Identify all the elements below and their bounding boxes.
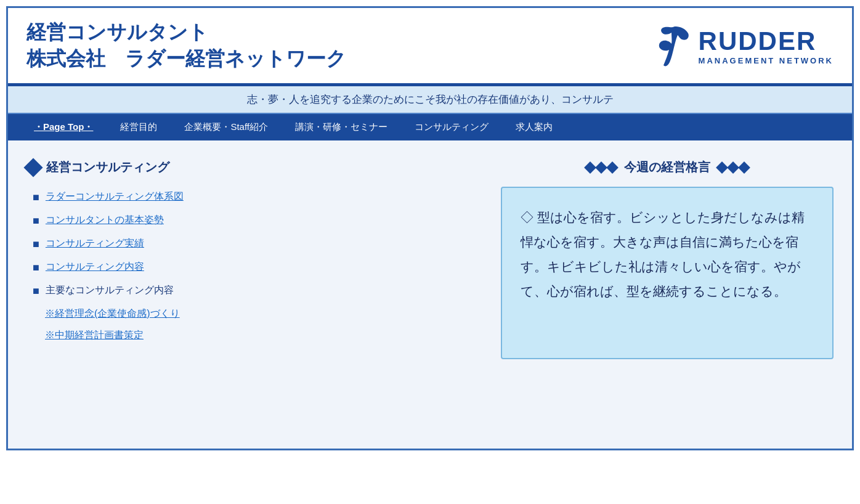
logo-rudder-text: RUDDER bbox=[699, 26, 817, 56]
bullet-3: ■ bbox=[33, 238, 39, 251]
submenu-link-2[interactable]: ※中期経営計画書策定 bbox=[45, 330, 144, 340]
diamond-group-left bbox=[586, 163, 617, 172]
header-title: 経営コンサルタント 株式会社 ラダー経営ネットワーク bbox=[26, 19, 346, 72]
menu-text-5: 主要なコンサルティング内容 bbox=[46, 284, 174, 297]
diamond-group-right bbox=[718, 163, 748, 172]
tagline-bar: 志・夢・人を追究する企業のためにこそ我が社の存在価値があり、コンサルテ bbox=[8, 86, 852, 114]
consulting-menu-list: ■ ラダーコンサルティング体系図 ■ コンサルタントの基本姿勢 ■ コンサルティ… bbox=[26, 190, 476, 298]
diamond-right-1 bbox=[716, 161, 728, 174]
nav-bar: ・Page Top・ 経営目的 企業概要・Staff紹介 講演・研修・セミナー … bbox=[8, 114, 852, 140]
header: 経営コンサルタント 株式会社 ラダー経営ネットワーク RUDDER MANAGE… bbox=[8, 8, 852, 86]
nav-item-management-goal[interactable]: 経営目的 bbox=[107, 114, 171, 140]
menu-item-1: ■ ラダーコンサルティング体系図 bbox=[33, 190, 476, 204]
bullet-2: ■ bbox=[33, 214, 39, 227]
menu-item-5: ■ 主要なコンサルティング内容 bbox=[33, 284, 476, 298]
submenu-item-1: ※経営理念(企業使命感)づくり bbox=[26, 307, 476, 320]
nav-item-seminar[interactable]: 講演・研修・セミナー bbox=[282, 114, 401, 140]
diamond-right-3 bbox=[738, 161, 750, 174]
nav-item-page-top[interactable]: ・Page Top・ bbox=[20, 114, 107, 140]
logo-sub-text: MANAGEMENT NETWORK bbox=[699, 56, 834, 65]
nav-item-jobs[interactable]: 求人案内 bbox=[502, 114, 566, 140]
submenu-link-1[interactable]: ※経営理念(企業使命感)づくり bbox=[45, 308, 180, 319]
bullet-4: ■ bbox=[33, 261, 39, 274]
diamond-right-2 bbox=[727, 161, 739, 174]
menu-link-4[interactable]: コンサルティング内容 bbox=[46, 261, 144, 274]
quote-title-row: 今週の経営格言 bbox=[501, 159, 834, 176]
menu-item-2: ■ コンサルタントの基本姿勢 bbox=[33, 214, 476, 227]
logo-text-area: RUDDER MANAGEMENT NETWORK bbox=[699, 26, 834, 65]
section-title: 経営コンサルティング bbox=[46, 159, 169, 176]
left-column: 経営コンサルティング ■ ラダーコンサルティング体系図 ■ コンサルタントの基本… bbox=[26, 159, 476, 436]
diamond-left-2 bbox=[595, 161, 607, 174]
diamond-left-3 bbox=[606, 161, 619, 174]
nav-item-company-info[interactable]: 企業概要・Staff紹介 bbox=[171, 114, 282, 140]
menu-link-2[interactable]: コンサルタントの基本姿勢 bbox=[46, 214, 164, 227]
diamond-left-1 bbox=[584, 161, 596, 174]
menu-link-3[interactable]: コンサルティング実績 bbox=[46, 237, 144, 250]
submenu-item-2: ※中期経営計画書策定 bbox=[26, 329, 476, 342]
menu-item-4: ■ コンサルティング内容 bbox=[33, 261, 476, 274]
bird-icon bbox=[654, 24, 691, 67]
main-content: 経営コンサルティング ■ ラダーコンサルティング体系図 ■ コンサルタントの基本… bbox=[8, 140, 852, 449]
quote-box: ◇ 型は心を宿す。ビシッとした身だしなみは精悍な心を宿す。大きな声は自信に満ちた… bbox=[501, 187, 834, 359]
bullet-5: ■ bbox=[33, 285, 39, 298]
right-column: 今週の経営格言 ◇ 型は心を宿す。ビシッとした身だしなみは精悍な心を宿す。大きな… bbox=[501, 159, 834, 436]
quote-text: ◇ 型は心を宿す。ビシッとした身だしなみは精悍な心を宿す。大きな声は自信に満ちた… bbox=[521, 205, 814, 304]
page-wrapper: 経営コンサルタント 株式会社 ラダー経営ネットワーク RUDDER MANAGE… bbox=[6, 6, 854, 450]
menu-item-3: ■ コンサルティング実績 bbox=[33, 237, 476, 251]
menu-link-1[interactable]: ラダーコンサルティング体系図 bbox=[46, 190, 184, 203]
quote-section-title: 今週の経営格言 bbox=[624, 159, 710, 176]
diamond-icon bbox=[23, 158, 43, 177]
nav-item-consulting[interactable]: コンサルティング bbox=[401, 114, 502, 140]
bullet-1: ■ bbox=[33, 191, 39, 204]
logo-area: RUDDER MANAGEMENT NETWORK bbox=[654, 24, 834, 67]
section-title-row: 経営コンサルティング bbox=[26, 159, 476, 176]
